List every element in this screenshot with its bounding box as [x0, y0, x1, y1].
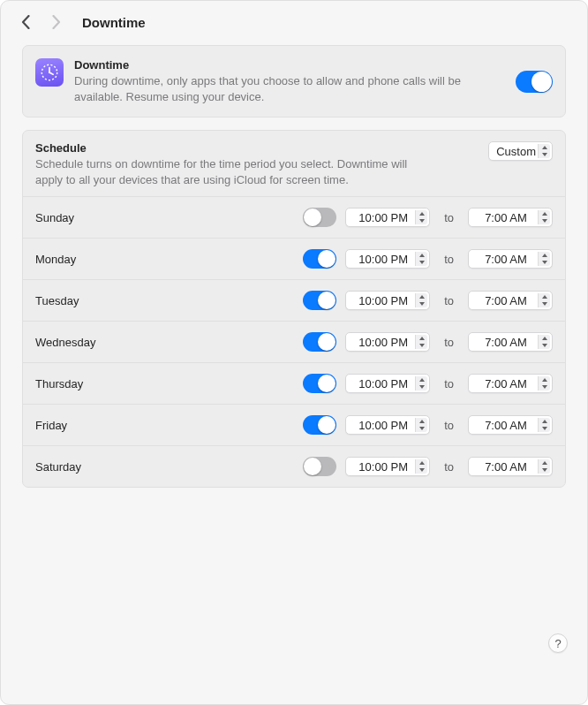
updown-icon: [415, 293, 427, 307]
updown-icon: [538, 335, 550, 349]
from-time-field[interactable]: 10:00 PM: [345, 457, 430, 476]
from-time-field[interactable]: 10:00 PM: [345, 332, 430, 352]
updown-icon: [538, 210, 550, 224]
to-label: to: [439, 294, 459, 307]
to-label: to: [439, 336, 459, 349]
to-time-value: 7:00 AM: [485, 294, 527, 307]
downtime-icon: [35, 58, 64, 87]
schedule-row: Sunday10:00 PMto7:00 AM: [23, 196, 565, 238]
updown-icon: [538, 252, 550, 266]
updown-icon: [538, 418, 550, 432]
to-time-field[interactable]: 7:00 AM: [468, 457, 553, 476]
schedule-row: Tuesday10:00 PMto7:00 AM: [23, 279, 565, 321]
to-label: to: [439, 460, 459, 474]
day-label: Sunday: [35, 211, 294, 224]
to-time-field[interactable]: 7:00 AM: [468, 208, 553, 227]
day-toggle[interactable]: [303, 374, 336, 393]
to-time-field[interactable]: 7:00 AM: [468, 374, 553, 393]
day-label: Friday: [35, 419, 294, 432]
day-toggle[interactable]: [303, 457, 336, 476]
schedule-mode-value: Custom: [496, 145, 536, 158]
to-time-value: 7:00 AM: [485, 253, 527, 266]
schedule-row: Wednesday10:00 PMto7:00 AM: [23, 321, 565, 362]
from-time-value: 10:00 PM: [358, 253, 408, 266]
updown-icon: [415, 252, 427, 266]
updown-icon: [415, 376, 427, 390]
from-time-value: 10:00 PM: [358, 336, 408, 349]
from-time-field[interactable]: 10:00 PM: [345, 249, 430, 269]
page-title: Downtime: [82, 15, 146, 30]
day-toggle[interactable]: [303, 332, 336, 352]
updown-icon: [538, 293, 550, 307]
back-button[interactable]: [17, 13, 34, 31]
settings-pane: Downtime Downtime During downtime, only …: [0, 0, 588, 705]
updown-icon: [538, 376, 550, 390]
day-toggle[interactable]: [303, 291, 336, 310]
header: Downtime: [1, 1, 587, 38]
to-time-field[interactable]: 7:00 AM: [468, 291, 553, 310]
day-label: Monday: [35, 253, 294, 266]
to-label: to: [439, 377, 459, 390]
updown-icon: [538, 459, 550, 474]
schedule-row: Thursday10:00 PMto7:00 AM: [23, 362, 565, 404]
from-time-value: 10:00 PM: [358, 211, 408, 224]
day-toggle[interactable]: [303, 208, 336, 227]
from-time-value: 10:00 PM: [358, 377, 408, 390]
to-time-field[interactable]: 7:00 AM: [468, 249, 553, 269]
schedule-description: Schedule turns on downtime for the time …: [35, 156, 424, 187]
to-label: to: [439, 253, 459, 266]
downtime-summary-card: Downtime During downtime, only apps that…: [22, 45, 566, 118]
schedule-row: Saturday10:00 PMto7:00 AM: [23, 445, 565, 487]
to-label: to: [439, 211, 459, 224]
updown-icon: [415, 459, 427, 474]
from-time-value: 10:00 PM: [358, 294, 408, 307]
from-time-field[interactable]: 10:00 PM: [345, 208, 430, 227]
schedule-row: Friday10:00 PMto7:00 AM: [23, 404, 565, 445]
updown-icon: [415, 418, 427, 432]
to-label: to: [439, 419, 459, 432]
from-time-field[interactable]: 10:00 PM: [345, 415, 430, 435]
to-time-value: 7:00 AM: [485, 336, 527, 349]
day-toggle[interactable]: [303, 249, 336, 269]
schedule-title: Schedule: [35, 141, 476, 155]
summary-title: Downtime: [74, 58, 496, 72]
day-label: Wednesday: [35, 336, 294, 349]
schedule-row: Monday10:00 PMto7:00 AM: [23, 238, 565, 279]
updown-icon: [415, 210, 427, 224]
forward-button[interactable]: [47, 13, 64, 31]
day-label: Thursday: [35, 377, 294, 390]
to-time-value: 7:00 AM: [485, 460, 527, 474]
to-time-value: 7:00 AM: [485, 211, 527, 224]
schedule-card: Schedule Schedule turns on downtime for …: [22, 130, 566, 488]
day-label: Saturday: [35, 460, 294, 474]
from-time-value: 10:00 PM: [358, 460, 408, 474]
from-time-value: 10:00 PM: [358, 419, 408, 432]
to-time-value: 7:00 AM: [485, 419, 527, 432]
schedule-mode-select[interactable]: Custom: [488, 141, 553, 161]
help-label: ?: [554, 637, 561, 650]
from-time-field[interactable]: 10:00 PM: [345, 291, 430, 310]
to-time-field[interactable]: 7:00 AM: [468, 332, 553, 352]
day-toggle[interactable]: [303, 415, 336, 435]
day-label: Tuesday: [35, 294, 294, 307]
to-time-field[interactable]: 7:00 AM: [468, 415, 553, 435]
summary-description: During downtime, only apps that you choo…: [74, 73, 496, 104]
svg-point-1: [49, 72, 50, 73]
to-time-value: 7:00 AM: [485, 377, 527, 390]
updown-icon: [538, 144, 550, 158]
updown-icon: [415, 335, 427, 349]
downtime-master-toggle[interactable]: [516, 71, 553, 93]
from-time-field[interactable]: 10:00 PM: [345, 374, 430, 393]
help-button[interactable]: ?: [548, 633, 568, 653]
